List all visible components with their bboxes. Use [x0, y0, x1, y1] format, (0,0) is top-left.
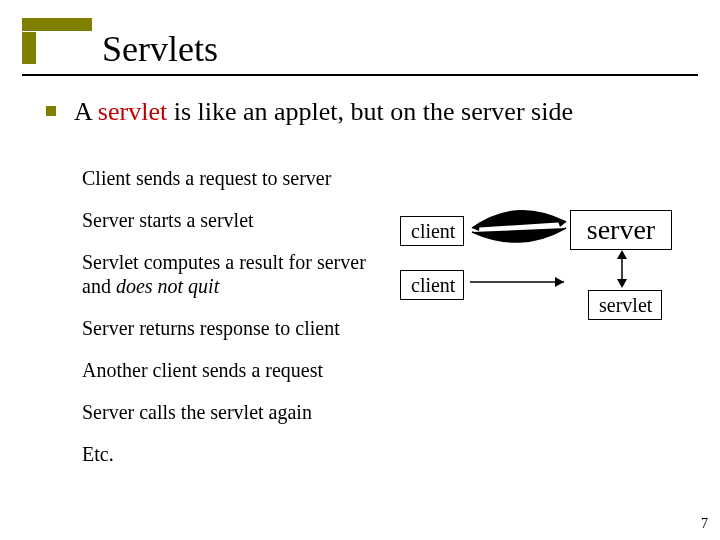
lead-post: is like an applet, but on the server sid… [167, 97, 573, 126]
lead-pre: A [74, 97, 98, 126]
diagram-client-2: client [400, 270, 464, 300]
title-rule [22, 74, 698, 76]
step-3: Servlet computes a result for server and… [82, 250, 382, 298]
step-5: Another client sends a request [82, 358, 382, 382]
lead-bullet-row: A servlet is like an applet, but on the … [46, 96, 573, 127]
lead-text: A servlet is like an applet, but on the … [74, 96, 573, 127]
steps-list: Client sends a request to server Server … [82, 166, 382, 484]
decor-bar-top [22, 18, 92, 31]
slide: Servlets A servlet is like an applet, bu… [0, 0, 720, 540]
step-2: Server starts a servlet [82, 208, 382, 232]
step-7: Etc. [82, 442, 382, 466]
bullet-icon [46, 106, 56, 116]
arrow-client1-server [464, 204, 574, 244]
step-3b: does not quit [116, 275, 219, 297]
step-6: Server calls the servlet again [82, 400, 382, 424]
decor-bar-left [22, 32, 36, 64]
diagram-client-1: client [400, 216, 464, 246]
lead-highlight: servlet [98, 97, 167, 126]
step-1: Client sends a request to server [82, 166, 382, 190]
diagram-servlet: servlet [588, 290, 662, 320]
page-number: 7 [701, 516, 708, 532]
slide-title: Servlets [102, 28, 218, 70]
arrow-server-servlet [612, 246, 632, 292]
step-4: Server returns response to client [82, 316, 382, 340]
diagram-server: server [570, 210, 672, 250]
arrow-client2-server [464, 268, 574, 298]
diagram: client client server servlet [400, 210, 680, 350]
